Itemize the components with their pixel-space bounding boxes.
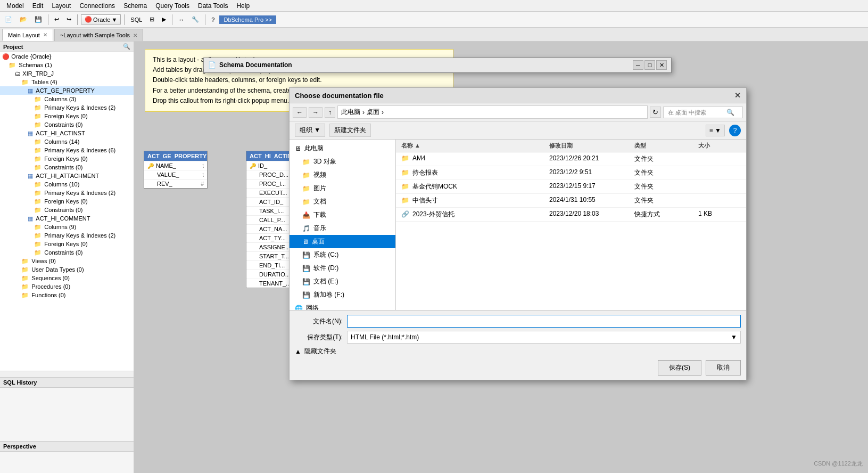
schema-doc-minimize[interactable]: ─ (633, 60, 643, 70)
tree-attach-fkeys[interactable]: 📁 Foreign Keys (0) (0, 197, 134, 206)
nav-forward-btn[interactable]: → (309, 107, 323, 118)
tree-functions[interactable]: 📁 Functions (0) (0, 291, 134, 299)
file-tree-desktop[interactable]: 🖥 桌面 (290, 235, 395, 248)
tab-sample-tools[interactable]: ~Layout with Sample Tools ✕ (54, 29, 143, 41)
list-item[interactable]: 📁AM4 2023/12/26 20:21 文件夹 (396, 152, 746, 166)
file-tree-computer[interactable]: 🖥 此电脑 (290, 142, 395, 155)
tree-act-hi-actinst[interactable]: ▦ ACT_HI_ACTINST (0, 129, 134, 137)
tree-tables[interactable]: 📁 Tables (4) (0, 78, 134, 86)
tree-comment-columns[interactable]: 📁 Columns (9) (0, 223, 134, 231)
redo-btn[interactable]: ↪ (64, 14, 74, 25)
tree-xir-trd-j[interactable]: 🗂 XIR_TRD_J (0, 69, 134, 78)
project-search-icon[interactable]: 🔍 (123, 43, 130, 50)
menu-edit[interactable]: Edit (28, 1, 48, 11)
tab-sample-tools-close[interactable]: ✕ (133, 32, 137, 38)
tree-user-data-types[interactable]: 📁 User Data Types (0) (0, 265, 134, 274)
sql-btn[interactable]: SQL (128, 15, 145, 25)
tree-actinst-pkeys[interactable]: 📁 Primary Keys & Indexes (6) (0, 146, 134, 154)
cancel-btn-dialog[interactable]: 取消 (706, 360, 741, 376)
file-dialog-close-btn[interactable]: ✕ (734, 91, 741, 100)
file-tree-d-drive[interactable]: 💾 软件 (D:) (290, 262, 395, 275)
menu-query-tools[interactable]: Query Tools (151, 1, 194, 11)
tree-attach-const[interactable]: 📁 Constraints (0) (0, 206, 134, 214)
tab-main-layout[interactable]: Main Layout ✕ (2, 29, 53, 41)
file-tree-music[interactable]: 🎵 音乐 (290, 222, 395, 235)
filename-input[interactable] (347, 315, 741, 328)
breadcrumb-desktop[interactable]: 桌面 (367, 108, 379, 117)
file-tree-f-drive[interactable]: 💾 新加卷 (F:) (290, 288, 395, 301)
tree-comment-const[interactable]: 📁 Constraints (0) (0, 248, 134, 257)
tree-ge-fkeys[interactable]: 📁 Foreign Keys (0) (0, 112, 134, 120)
list-item[interactable]: 🔗2023-外贸信托 2023/12/20 18:03 快捷方式 1 KB (396, 208, 746, 222)
nav-up-btn[interactable]: ↑ (325, 107, 335, 118)
tree-procedures[interactable]: 📁 Procedures (0) (0, 282, 134, 291)
tree-actinst-constraints[interactable]: 📁 Constraints (0) (0, 163, 134, 172)
schema-doc-maximize[interactable]: □ (644, 60, 655, 70)
menu-schema[interactable]: Schema (119, 1, 151, 11)
tree-oracle[interactable]: 🔴 Oracle {Oracle} (0, 52, 134, 61)
tree-ge-pkeys[interactable]: 📁 Primary Keys & Indexes (2) (0, 103, 134, 112)
new-folder-btn[interactable]: 新建文件夹 (329, 124, 371, 137)
list-item[interactable]: 📁基金代销MOCK 2023/12/15 9:17 文件夹 (396, 180, 746, 194)
refresh-btn[interactable]: ↻ (650, 107, 661, 118)
nav-back-btn[interactable]: ← (293, 107, 307, 118)
schema-doc-close[interactable]: ✕ (656, 60, 667, 70)
undo-btn[interactable]: ↩ (52, 14, 62, 25)
new-btn[interactable]: 📄 (2, 14, 15, 25)
col-header-size[interactable]: 大小 (698, 142, 741, 150)
tree-act-hi-attachment[interactable]: ▦ ACT_HI_ATTACHMENT (0, 172, 134, 180)
list-item[interactable]: 📁持仓报表 2023/12/2 9:51 文件夹 (396, 166, 746, 180)
file-tree-network[interactable]: 🌐 网络 (290, 301, 395, 310)
tree-attach-pkeys[interactable]: 📁 Primary Keys & Indexes (2) (0, 189, 134, 197)
tree-scrollbar[interactable] (0, 371, 134, 377)
menu-layout[interactable]: Layout (47, 1, 75, 11)
tree-attach-columns[interactable]: 📁 Columns (10) (0, 180, 134, 189)
tree-comment-pkeys[interactable]: 📁 Primary Keys & Indexes (2) (0, 231, 134, 240)
file-tree-documents[interactable]: 📁 文档 (290, 195, 395, 208)
tree-act-hi-comment[interactable]: ▦ ACT_HI_COMMENT (0, 214, 134, 223)
file-tree-3d[interactable]: 📁 3D 对象 (290, 155, 395, 168)
tree-actinst-fkeys[interactable]: 📁 Foreign Keys (0) (0, 154, 134, 163)
layout-btn[interactable]: ↔ (176, 15, 187, 25)
breadcrumb-computer[interactable]: 此电脑 (341, 108, 360, 117)
dbschema-pro-btn[interactable]: DbSchema Pro >> (219, 15, 276, 24)
file-tree-video[interactable]: 📁 视频 (290, 168, 395, 182)
tree-ge-columns[interactable]: 📁 Columns (3) (0, 95, 134, 103)
filetype-select[interactable]: HTML File (*.html;*.htm) ▼ (347, 331, 741, 344)
view-toggle-btn[interactable]: ≡ ▼ (706, 125, 725, 136)
tree-schemas[interactable]: 📁 Schemas (1) (0, 61, 134, 69)
search-input[interactable] (668, 109, 726, 116)
save-btn[interactable]: 💾 (32, 14, 45, 25)
oracle-connection-btn[interactable]: 🔴 Oracle ▼ (81, 14, 121, 25)
col-header-date[interactable]: 修改日期 (549, 142, 634, 150)
file-tree-pictures[interactable]: 📁 图片 (290, 182, 395, 195)
tree-act-ge-property[interactable]: ▦ ACT_GE_PROPERTY (0, 86, 134, 95)
tree-sequences[interactable]: 📁 Sequences (0) (0, 274, 134, 282)
tools-btn[interactable]: 🔧 (189, 14, 202, 25)
file-tree-c-drive[interactable]: 💾 系统 (C:) (290, 248, 395, 262)
list-item[interactable]: 📁中信头寸 2024/1/31 10:55 文件夹 (396, 194, 746, 208)
save-btn-dialog[interactable]: 保存(S) (658, 360, 701, 376)
menu-data-tools[interactable]: Data Tools (194, 1, 232, 11)
open-btn[interactable]: 📂 (17, 14, 30, 25)
run-btn[interactable]: ▶ (159, 14, 169, 25)
help-toolbar-btn[interactable]: ? (209, 15, 217, 25)
menu-help[interactable]: Help (232, 1, 254, 11)
diagram-table-act-ge-property[interactable]: ACT_GE_PROPERTY 🔑 NAME_ t VALUE_ t REV_ … (144, 151, 208, 189)
tree-ge-constraints[interactable]: 📁 Constraints (0) (0, 120, 134, 129)
menu-connections[interactable]: Connections (75, 1, 119, 11)
menu-model[interactable]: Model (2, 1, 28, 11)
tab-main-layout-close[interactable]: ✕ (43, 32, 47, 38)
tree-actinst-columns[interactable]: 📁 Columns (14) (0, 137, 134, 146)
file-tree-e-drive[interactable]: 💾 文档 (E:) (290, 275, 395, 288)
organize-btn[interactable]: 组织 ▼ (295, 124, 325, 137)
tree-comment-fkeys[interactable]: 📁 Foreign Keys (0) (0, 240, 134, 248)
grid-btn[interactable]: ⊞ (147, 14, 157, 25)
diagram-canvas[interactable]: This is a layout - a diagram with tools.… (134, 42, 868, 473)
col-header-type[interactable]: 类型 (634, 142, 698, 150)
file-tree-downloads[interactable]: 📥 下载 (290, 208, 395, 222)
tree-views[interactable]: 📁 Views (0) (0, 257, 134, 265)
help-btn[interactable]: ? (729, 125, 741, 136)
col-header-name[interactable]: 名称 ▲ (401, 142, 549, 150)
file-list-header: 名称 ▲ 修改日期 类型 大小 (396, 140, 746, 152)
